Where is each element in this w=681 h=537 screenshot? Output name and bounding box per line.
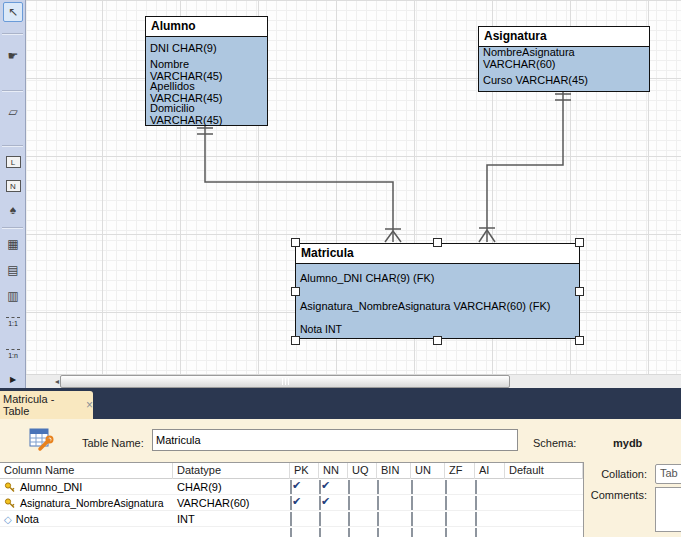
entity-column: Nombre VARCHAR(45) bbox=[146, 59, 267, 81]
bin-checkbox[interactable] bbox=[377, 496, 379, 510]
header-default[interactable]: Default bbox=[505, 463, 583, 479]
toolbar-separator bbox=[2, 145, 23, 147]
zf-checkbox[interactable] bbox=[445, 480, 447, 494]
image-tool-icon[interactable]: ♠ bbox=[3, 200, 23, 220]
zf-checkbox[interactable] bbox=[445, 512, 447, 526]
tab-matricula-table[interactable]: Matricula - Table × bbox=[0, 391, 93, 419]
layer-tool-icon[interactable]: L bbox=[3, 152, 23, 172]
entity-table-alumno[interactable]: Alumno DNI CHAR(9) Nombre VARCHAR(45) Ap… bbox=[145, 16, 268, 126]
header-un[interactable]: UN bbox=[411, 463, 445, 479]
schema-value: mydb bbox=[613, 437, 642, 449]
header-ai[interactable]: AI bbox=[475, 463, 505, 479]
header-uq[interactable]: UQ bbox=[348, 463, 377, 479]
datatype-cell[interactable]: CHAR(9) bbox=[173, 479, 290, 495]
note-tool-icon[interactable]: N bbox=[3, 176, 23, 196]
default-cell[interactable] bbox=[505, 479, 583, 495]
h-scrollbar-thumb[interactable] bbox=[60, 375, 510, 388]
selection-handle[interactable] bbox=[575, 336, 584, 345]
relationship-1-1-tool-icon[interactable]: 1:1 bbox=[3, 312, 23, 332]
eraser-tool-icon[interactable]: ▱ bbox=[3, 102, 23, 122]
ai-checkbox[interactable] bbox=[475, 480, 477, 494]
view-tool-icon[interactable]: ▤ bbox=[3, 260, 23, 280]
zf-checkbox[interactable] bbox=[445, 496, 447, 510]
column-diamond-icon: ◇ bbox=[4, 514, 12, 525]
uq-checkbox[interactable] bbox=[348, 496, 350, 510]
selection-handle[interactable] bbox=[291, 238, 300, 247]
uq-checkbox[interactable] bbox=[348, 512, 350, 526]
ai-checkbox[interactable] bbox=[475, 512, 477, 526]
pk-checkbox[interactable] bbox=[290, 512, 292, 526]
collation-dropdown[interactable]: Tab bbox=[655, 464, 681, 484]
tab-label: Matricula - Table bbox=[3, 393, 79, 417]
header-datatype[interactable]: Datatype bbox=[173, 463, 290, 479]
entity-table-matricula[interactable]: Matricula Alumno_DNI CHAR(9) (FK) Asigna… bbox=[295, 243, 580, 339]
entity-column: Curso VARCHAR(45) bbox=[479, 69, 649, 91]
header-pk[interactable]: PK bbox=[290, 463, 319, 479]
bin-checkbox[interactable] bbox=[377, 528, 379, 537]
un-checkbox[interactable] bbox=[411, 480, 413, 494]
selection-handle[interactable] bbox=[575, 238, 584, 247]
un-checkbox[interactable] bbox=[411, 496, 413, 510]
default-cell[interactable] bbox=[505, 527, 583, 537]
datatype-cell[interactable] bbox=[173, 527, 290, 537]
selection-handle[interactable] bbox=[433, 238, 442, 247]
table-name-label: Table Name: bbox=[82, 437, 144, 449]
header-column-name[interactable]: Column Name bbox=[0, 463, 173, 479]
select-tool-icon[interactable]: ↖ bbox=[3, 2, 23, 22]
entity-column: Asignatura_NombreAsignatura VARCHAR(60) … bbox=[296, 292, 579, 320]
datatype-cell[interactable]: INT bbox=[173, 511, 290, 527]
datatype-cell[interactable]: VARCHAR(60) bbox=[173, 495, 290, 511]
header-bin[interactable]: BIN bbox=[377, 463, 411, 479]
hand-tool-icon[interactable]: ☛ bbox=[3, 46, 23, 66]
column-name-cell[interactable]: Asignatura_NombreAsignatura bbox=[0, 495, 173, 511]
editor-tab-bar: Matricula - Table × bbox=[0, 388, 681, 419]
relationship-1-n-tool-icon[interactable]: 1:n bbox=[3, 344, 23, 364]
column-row-asignatura-nombre: Asignatura_NombreAsignatura VARCHAR(60) bbox=[0, 495, 583, 511]
column-name-cell[interactable] bbox=[0, 527, 173, 537]
table-name-input[interactable] bbox=[152, 429, 518, 451]
pk-checkbox[interactable] bbox=[290, 528, 292, 537]
primary-key-icon bbox=[4, 497, 16, 509]
ai-checkbox[interactable] bbox=[475, 528, 477, 537]
schema-label: Schema: bbox=[533, 437, 576, 449]
routine-group-tool-icon[interactable]: ▥ bbox=[3, 286, 23, 306]
pk-checkbox[interactable] bbox=[290, 496, 292, 510]
nn-checkbox[interactable] bbox=[319, 496, 321, 510]
nn-checkbox[interactable] bbox=[319, 480, 321, 494]
rel-1-1-label: 1:1 bbox=[8, 320, 18, 327]
nn-checkbox[interactable] bbox=[319, 512, 321, 526]
un-checkbox[interactable] bbox=[411, 528, 413, 537]
nn-checkbox[interactable] bbox=[319, 528, 321, 537]
selection-handle[interactable] bbox=[575, 287, 584, 296]
bin-checkbox[interactable] bbox=[377, 512, 379, 526]
selection-handle[interactable] bbox=[433, 336, 442, 345]
canvas-h-scrollbar[interactable]: ◄ bbox=[26, 374, 681, 388]
toolbar-separator bbox=[2, 90, 23, 92]
column-row-nota: ◇ Nota INT bbox=[0, 511, 583, 527]
un-checkbox[interactable] bbox=[411, 512, 413, 526]
column-name-cell[interactable]: ◇ Nota bbox=[0, 511, 173, 527]
table-tool-icon[interactable]: ▦ bbox=[3, 234, 23, 254]
default-cell[interactable] bbox=[505, 511, 583, 527]
tab-close-icon[interactable]: × bbox=[86, 398, 93, 412]
uq-checkbox[interactable] bbox=[348, 480, 350, 494]
bin-checkbox[interactable] bbox=[377, 480, 379, 494]
zf-checkbox[interactable] bbox=[445, 528, 447, 537]
eer-diagram-canvas[interactable]: Alumno DNI CHAR(9) Nombre VARCHAR(45) Ap… bbox=[0, 0, 681, 374]
header-zf[interactable]: ZF bbox=[445, 463, 475, 479]
default-cell[interactable] bbox=[505, 495, 583, 511]
toolbar-overflow-arrow-icon[interactable]: ▶ bbox=[3, 369, 23, 389]
ai-checkbox[interactable] bbox=[475, 496, 477, 510]
entity-title: Matricula bbox=[296, 244, 579, 264]
selection-handle[interactable] bbox=[291, 336, 300, 345]
uq-checkbox[interactable] bbox=[348, 528, 350, 537]
header-nn[interactable]: NN bbox=[319, 463, 348, 479]
entity-column: NombreAsignatura VARCHAR(60) bbox=[479, 47, 649, 69]
table-editor-panel: Table Name: Schema: mydb Column Name Dat… bbox=[0, 419, 681, 537]
column-name-cell[interactable]: Alumno_DNI bbox=[0, 479, 173, 495]
entity-table-asignatura[interactable]: Asignatura NombreAsignatura VARCHAR(60) … bbox=[478, 26, 650, 92]
comments-textarea[interactable] bbox=[655, 487, 681, 532]
pk-checkbox[interactable] bbox=[290, 480, 292, 494]
one-marker-asignatura bbox=[555, 94, 571, 100]
selection-handle[interactable] bbox=[291, 287, 300, 296]
